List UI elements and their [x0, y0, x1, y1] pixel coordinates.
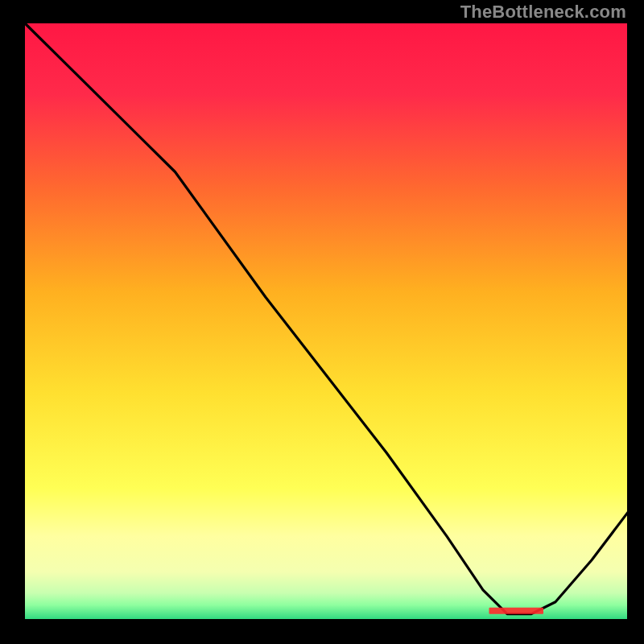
- watermark-text: TheBottleneck.com: [460, 2, 626, 23]
- chart-svg: [0, 0, 644, 644]
- chart-container: TheBottleneck.com: [0, 0, 644, 644]
- sweet-spot-marker: [489, 608, 544, 614]
